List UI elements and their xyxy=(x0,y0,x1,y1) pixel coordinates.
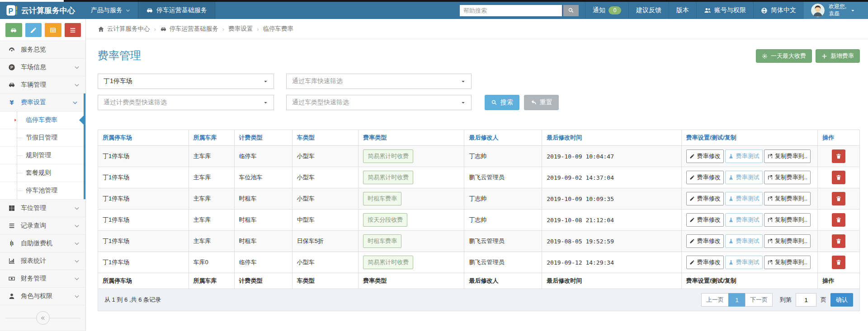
column-header-7: 费率设置/测试/复制 xyxy=(681,130,818,146)
reset-button[interactable]: 重置 xyxy=(524,95,559,110)
sidebar-item-record-query[interactable]: 记录查询 xyxy=(0,217,85,234)
table-header-row: 所属停车场所属车库计费类型车类型费率类型最后修改人最后修改时间费率设置/测试/复… xyxy=(98,130,860,146)
p-circle-icon xyxy=(8,64,15,71)
breadcrumb-home[interactable]: 云计算服务中心 xyxy=(98,25,150,33)
caret-down-icon xyxy=(461,100,466,105)
car-type-filter-select[interactable]: 通过车类型快速筛选 xyxy=(286,95,472,110)
flask-icon xyxy=(728,217,734,223)
delete-button[interactable] xyxy=(832,149,845,163)
rate-type-badge: 时租车费率 xyxy=(363,192,401,205)
breadcrumb-parking-service[interactable]: 停车运营基础服务 xyxy=(160,25,218,33)
rates-table-wrap: 所属停车场所属车库计费类型车类型费率类型最后修改人最后修改时间费率设置/测试/复… xyxy=(98,130,860,311)
quick-car-button[interactable] xyxy=(5,23,22,37)
delete-button[interactable] xyxy=(832,234,845,248)
flask-icon xyxy=(728,175,734,180)
goto-page-suffix: 页 xyxy=(821,296,826,304)
pencil-icon xyxy=(689,217,695,223)
rate-edit-button[interactable]: 费率修改 xyxy=(686,192,724,205)
quick-table-button[interactable] xyxy=(45,23,61,37)
sidebar-item-vehicle-management[interactable]: 车辆管理 xyxy=(0,76,85,93)
footer-header-4: 费率类型 xyxy=(359,273,464,289)
quick-list-button[interactable] xyxy=(65,23,81,37)
search-button[interactable]: 搜索 xyxy=(485,95,519,110)
cell-delete xyxy=(818,231,860,252)
delete-button[interactable] xyxy=(832,192,845,205)
rate-copy-button[interactable]: 复制费率到.. xyxy=(764,149,811,163)
prev-page-button[interactable]: 上一页 xyxy=(701,293,729,307)
rate-copy-button[interactable]: 复制费率到.. xyxy=(764,171,811,184)
quick-toolbar xyxy=(0,19,85,41)
current-page-button[interactable]: 1 xyxy=(728,293,745,307)
chevron-down-icon xyxy=(74,276,80,281)
sidebar-subitem-package-rules[interactable]: 套餐规则 xyxy=(0,164,84,182)
rate-copy-button[interactable]: 复制费率到.. xyxy=(764,192,811,205)
rate-test-button[interactable]: 费率测试 xyxy=(725,171,763,184)
footer-header-2: 计费类型 xyxy=(234,273,292,289)
new-rate-button[interactable]: 新增费率 xyxy=(816,49,860,63)
parking-lot-select[interactable]: 丁1停车场 xyxy=(98,74,274,89)
rate-edit-button[interactable]: 费率修改 xyxy=(686,256,724,269)
account-permissions-link[interactable]: 账号与权限 xyxy=(696,2,753,19)
column-header-0: 所属停车场 xyxy=(98,130,189,146)
rate-test-button[interactable]: 费率测试 xyxy=(725,149,763,163)
menu-products-services[interactable]: 产品与服务 xyxy=(83,2,138,19)
garage-filter-select[interactable]: 通过车库快速筛选 xyxy=(286,74,472,89)
version-link[interactable]: 版本 xyxy=(669,2,696,19)
sidebar-subitem-temporary-parking-rate[interactable]: 临停车费率 xyxy=(0,112,84,129)
footer-header-1: 所属车库 xyxy=(189,273,234,289)
sidebar-item-service-overview[interactable]: 服务总览 xyxy=(0,41,85,58)
sidebar-item-self-service-payment[interactable]: 自助缴费机 xyxy=(0,234,85,252)
sidebar-subitem-parking-pool-management[interactable]: 停车池管理 xyxy=(0,182,84,199)
list-icon xyxy=(8,222,15,229)
trash-icon xyxy=(835,238,842,244)
feedback-link[interactable]: 建议反馈 xyxy=(628,2,669,19)
rate-edit-button[interactable]: 费率修改 xyxy=(686,149,724,163)
breadcrumb-rate-settings[interactable]: 费率设置 xyxy=(228,25,253,33)
rate-type-badge: 简易累计时收费 xyxy=(363,149,413,163)
pencil-icon xyxy=(689,154,695,159)
footer-header-5: 最后修改人 xyxy=(464,273,542,289)
rate-edit-button[interactable]: 费率修改 xyxy=(686,213,724,227)
app-brand[interactable]: 云计算服务中心 xyxy=(0,2,83,19)
delete-button[interactable] xyxy=(832,256,845,269)
sidebar-item-rate-settings[interactable]: 费率设置 xyxy=(0,93,84,111)
cell-delete xyxy=(818,146,860,167)
rate-settings-submenu: 临停车费率 节假日管理 规则管理 套餐规则 停车池管理 xyxy=(0,111,84,199)
next-page-button[interactable]: 下一页 xyxy=(745,293,773,307)
rate-test-button[interactable]: 费率测试 xyxy=(725,192,763,205)
rate-test-button[interactable]: 费率测试 xyxy=(725,234,763,248)
confirm-page-button[interactable]: 确认 xyxy=(830,293,853,307)
cell-rate-actions: 费率修改 费率测试 复制费率到.. xyxy=(681,210,818,231)
grid-icon xyxy=(8,205,15,212)
sidebar-collapse-button[interactable] xyxy=(36,311,50,325)
rate-copy-button[interactable]: 复制费率到.. xyxy=(764,234,811,248)
sidebar-item-finance-management[interactable]: 财务管理 xyxy=(0,270,85,287)
billing-type-filter-select[interactable]: 通过计费类型快速筛选 xyxy=(98,95,274,110)
sidebar-item-roles-permissions[interactable]: 角色与权限 xyxy=(0,287,85,305)
sidebar-subitem-rule-management[interactable]: 规则管理 xyxy=(0,146,84,164)
rate-test-button[interactable]: 费率测试 xyxy=(725,213,763,227)
menu-parking-service[interactable]: 停车运营基础服务 xyxy=(138,2,215,19)
cell-last-modified-time: 2019-10-09 10:04:47 xyxy=(542,146,681,167)
rate-copy-button[interactable]: 复制费率到.. xyxy=(764,256,811,269)
rate-edit-button[interactable]: 费率修改 xyxy=(686,171,724,184)
help-search-input[interactable] xyxy=(460,5,562,16)
delete-button[interactable] xyxy=(832,171,845,184)
notifications-link[interactable]: 通知 0 xyxy=(585,2,628,19)
rate-edit-button[interactable]: 费率修改 xyxy=(686,234,724,248)
quick-edit-button[interactable] xyxy=(25,23,42,37)
cell-rate-type: 按天分段收费 xyxy=(359,210,464,231)
delete-button[interactable] xyxy=(832,213,845,227)
language-link[interactable]: 简体中文 xyxy=(753,2,803,19)
rate-copy-button[interactable]: 复制费率到.. xyxy=(764,213,811,227)
help-search-button[interactable] xyxy=(563,5,579,16)
sidebar-item-report-statistics[interactable]: 报表统计 xyxy=(0,252,85,270)
sidebar-item-space-management[interactable]: 车位管理 xyxy=(0,199,85,217)
user-menu[interactable]: 欢迎您, 袁磊 xyxy=(803,2,868,19)
sidebar-item-parking-lot-info[interactable]: 车场信息 xyxy=(0,58,85,76)
goto-page-input[interactable] xyxy=(796,293,816,307)
daily-max-fee-button[interactable]: 一天最大收费 xyxy=(756,49,812,63)
rate-test-button[interactable]: 费率测试 xyxy=(725,256,763,269)
cell-parking-lot: 丁1停车场 xyxy=(98,210,189,231)
sidebar-subitem-holiday-management[interactable]: 节假日管理 xyxy=(0,129,84,146)
